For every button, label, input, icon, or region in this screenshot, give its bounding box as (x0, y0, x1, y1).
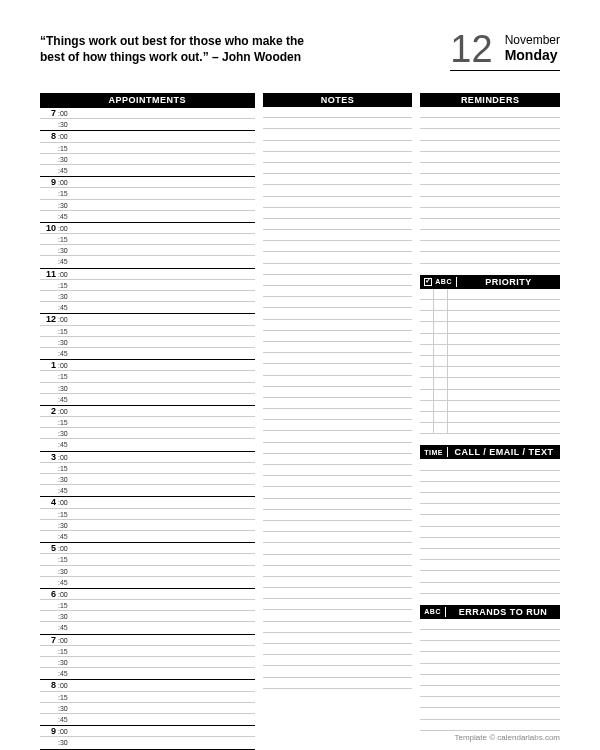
priority-cell[interactable] (448, 390, 560, 400)
time-slot[interactable]: :15 (40, 554, 255, 565)
line-row[interactable] (263, 476, 413, 487)
line-row[interactable] (263, 420, 413, 431)
line-row[interactable] (420, 482, 560, 493)
notes-body[interactable] (263, 107, 413, 750)
slot-line[interactable] (74, 245, 255, 255)
appointments-body[interactable]: 7:00:308:00:15:30:459:00:15:30:4510:00:1… (40, 107, 255, 750)
time-slot[interactable]: :45 (40, 485, 255, 496)
line-row[interactable] (420, 493, 560, 504)
slot-line[interactable] (74, 692, 255, 702)
line-row[interactable] (263, 174, 413, 185)
slot-line[interactable] (74, 463, 255, 473)
line-row[interactable] (420, 459, 560, 470)
line-row[interactable] (263, 543, 413, 554)
slot-line[interactable] (74, 200, 255, 210)
time-slot[interactable]: :30 (40, 657, 255, 668)
line-row[interactable] (263, 118, 413, 129)
time-slot[interactable]: 12:00 (40, 314, 255, 325)
slot-line[interactable] (74, 406, 255, 416)
priority-cell[interactable] (448, 378, 560, 388)
line-row[interactable] (263, 599, 413, 610)
slot-line[interactable] (74, 256, 255, 267)
line-row[interactable] (263, 331, 413, 342)
call-body[interactable] (420, 459, 560, 593)
priority-cell[interactable] (420, 311, 434, 321)
slot-line[interactable] (74, 280, 255, 290)
slot-line[interactable] (74, 234, 255, 244)
time-slot[interactable]: :45 (40, 622, 255, 633)
line-row[interactable] (263, 376, 413, 387)
slot-line[interactable] (74, 485, 255, 496)
time-slot[interactable]: :45 (40, 577, 255, 588)
line-row[interactable] (263, 443, 413, 454)
line-row[interactable] (420, 630, 560, 641)
slot-line[interactable] (74, 360, 255, 370)
time-slot[interactable]: :15 (40, 234, 255, 245)
time-slot[interactable]: :45 (40, 714, 255, 725)
line-row[interactable] (263, 588, 413, 599)
time-slot[interactable]: :15 (40, 646, 255, 657)
priority-cell[interactable] (434, 334, 448, 344)
time-slot[interactable]: :45 (40, 668, 255, 679)
time-slot[interactable]: :15 (40, 509, 255, 520)
slot-line[interactable] (74, 314, 255, 324)
time-slot[interactable]: :30 (40, 737, 255, 748)
priority-cell[interactable] (434, 289, 448, 299)
time-slot[interactable]: :30 (40, 566, 255, 577)
slot-line[interactable] (74, 657, 255, 667)
time-slot[interactable]: 4:00 (40, 497, 255, 508)
time-slot[interactable]: 5:00 (40, 543, 255, 554)
time-slot[interactable]: 3:00 (40, 452, 255, 463)
line-row[interactable] (263, 398, 413, 409)
priority-cell[interactable] (448, 345, 560, 355)
time-slot[interactable]: :15 (40, 188, 255, 199)
time-slot[interactable]: 8:00 (40, 131, 255, 142)
line-row[interactable] (263, 342, 413, 353)
priority-cell[interactable] (420, 367, 434, 377)
priority-row[interactable] (420, 378, 560, 389)
slot-line[interactable] (74, 703, 255, 713)
time-slot[interactable]: :45 (40, 302, 255, 313)
line-row[interactable] (263, 532, 413, 543)
line-row[interactable] (420, 129, 560, 140)
line-row[interactable] (263, 566, 413, 577)
priority-cell[interactable] (420, 412, 434, 422)
line-row[interactable] (420, 720, 560, 731)
line-row[interactable] (263, 521, 413, 532)
line-row[interactable] (263, 364, 413, 375)
priority-row[interactable] (420, 311, 560, 322)
line-row[interactable] (263, 655, 413, 666)
time-slot[interactable]: :30 (40, 611, 255, 622)
slot-line[interactable] (74, 439, 255, 450)
line-row[interactable] (263, 644, 413, 655)
line-row[interactable] (263, 510, 413, 521)
slot-line[interactable] (74, 726, 255, 736)
line-row[interactable] (263, 129, 413, 140)
time-slot[interactable]: :45 (40, 439, 255, 450)
priority-row[interactable] (420, 345, 560, 356)
slot-line[interactable] (74, 371, 255, 381)
line-row[interactable] (263, 622, 413, 633)
line-row[interactable] (263, 320, 413, 331)
slot-line[interactable] (74, 383, 255, 393)
slot-line[interactable] (74, 394, 255, 405)
slot-line[interactable] (74, 737, 255, 748)
slot-line[interactable] (74, 577, 255, 588)
slot-line[interactable] (74, 600, 255, 610)
time-slot[interactable]: :45 (40, 165, 255, 176)
line-row[interactable] (263, 219, 413, 230)
line-row[interactable] (420, 241, 560, 252)
priority-cell[interactable] (420, 390, 434, 400)
time-slot[interactable]: 2:00 (40, 406, 255, 417)
line-row[interactable] (420, 230, 560, 241)
line-row[interactable] (263, 353, 413, 364)
line-row[interactable] (263, 252, 413, 263)
time-slot[interactable]: 7:00 (40, 635, 255, 646)
priority-cell[interactable] (448, 423, 560, 433)
slot-line[interactable] (74, 589, 255, 599)
priority-cell[interactable] (434, 390, 448, 400)
line-row[interactable] (263, 107, 413, 118)
line-row[interactable] (263, 487, 413, 498)
priority-row[interactable] (420, 322, 560, 333)
time-slot[interactable]: :30 (40, 337, 255, 348)
